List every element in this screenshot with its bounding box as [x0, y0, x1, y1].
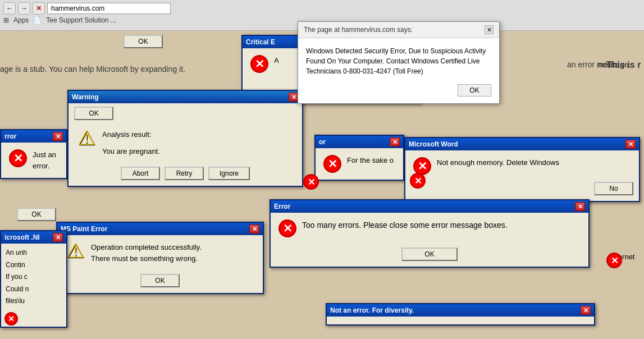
- page-text-this-is-r: This is r: [606, 60, 641, 70]
- dialog-warning-titlebar: Warning ✕: [68, 91, 302, 103]
- dialog-error-just: rror ✕ ✕ Just an error.: [0, 129, 67, 179]
- address-bar: [47, 3, 171, 14]
- dialog-ms-ni: icrosoft .NI ✕ An unh Contin If you c Co…: [0, 230, 67, 328]
- dialog-error-main-text: Too many errors. Please close some error…: [302, 219, 508, 231]
- dialog-ms-word-text: Not enough memory. Delete Windows: [437, 157, 559, 168]
- dialog-ms-paint-close[interactable]: ✕: [249, 225, 259, 233]
- dialog-ms-paint-body: ⚠ Operation completed successfully. Ther…: [57, 235, 263, 271]
- dialog-error-main-body: ✕ Too many errors. Please close some err…: [271, 213, 588, 244]
- dialog-not-an-error-title: Not an error. For diversity.: [330, 306, 414, 314]
- dialog-error-main-buttons: OK: [271, 244, 588, 267]
- dialog-for-sake-title: or: [319, 138, 326, 146]
- dialog-warning-action-buttons: Abort Retry Ignore: [68, 163, 302, 186]
- dialog-ms-word-body: ✕ Not enough memory. Delete Windows: [405, 150, 639, 182]
- dialog-for-sake-body: ✕ For the sake o: [316, 148, 403, 180]
- dialog-critical-title: Critical E: [246, 38, 275, 46]
- dialog-error-main: Error ✕ ✕ Too many errors. Please close …: [270, 199, 590, 268]
- warn-icon-warning: ⚠: [76, 129, 97, 147]
- dialog-error-just-title: rror: [4, 132, 16, 140]
- dialog-critical-text: A: [274, 55, 279, 66]
- dialog-warning-abort[interactable]: Abort: [121, 167, 160, 180]
- dialog-ms-word-title: Microsoft Word: [409, 140, 458, 148]
- dialog-error-just-body: ✕ Just an error.: [1, 143, 66, 178]
- ms-ni-msg3: If you c: [6, 271, 62, 283]
- browser-nav: ← → ✕: [3, 2, 641, 15]
- dialog-warning-analysis: Analysis result:: [102, 129, 160, 140]
- top-ok-area: OK: [124, 35, 163, 48]
- dialog-error-main-titlebar: Error ✕: [271, 200, 588, 213]
- dialog-ms-paint-ok[interactable]: OK: [140, 274, 180, 287]
- dialog-for-sake-titlebar: or ✕: [316, 136, 403, 148]
- dialog-browser-prompt-buttons: OK: [298, 81, 499, 103]
- dialog-not-an-error-close[interactable]: ✕: [581, 306, 591, 315]
- left-ok-area: OK: [17, 208, 56, 221]
- dialog-error-main-ok[interactable]: OK: [401, 248, 458, 261]
- dialog-ms-word-titlebar: Microsoft Word ✕: [405, 138, 639, 150]
- dialog-ms-ni-body: An unh Contin If you c Could n files\lu: [1, 244, 66, 311]
- page-text-1: age is a stub. You can help Microsoft by…: [0, 65, 185, 74]
- dialog-ms-paint-title: MS Paint Error: [61, 225, 107, 233]
- address-input[interactable]: [47, 3, 171, 14]
- dialog-warning-ok-row: OK: [68, 103, 302, 122]
- apps-icon: ⊞: [3, 16, 9, 24]
- dialog-not-an-error: Not an error. For diversity. ✕: [326, 303, 595, 326]
- ms-ni-msg2: Contin: [6, 259, 62, 272]
- dialog-ms-ni-close[interactable]: ✕: [53, 233, 63, 242]
- bookmark1-label[interactable]: Tee Support Solution ...: [46, 16, 116, 24]
- dialog-error-main-title: Error: [274, 203, 290, 210]
- dialog-browser-prompt-title: The page at hammervirus.com says:: [304, 26, 413, 34]
- error-icon-ni: ✕: [4, 312, 18, 326]
- error-icon-sake: ✕: [323, 155, 341, 173]
- dialog-error-just-titlebar: rror ✕: [1, 130, 66, 143]
- dialog-warning-result: You are pregnant.: [102, 146, 160, 157]
- dialog-warning-retry[interactable]: Retry: [165, 167, 204, 180]
- dialog-for-sake-text: For the sake o: [347, 155, 394, 166]
- error-icon-just: ✕: [9, 149, 27, 167]
- dialog-warning-ok-top[interactable]: OK: [74, 107, 113, 120]
- bookmark1-icon: 📄: [33, 16, 42, 24]
- dialog-ms-paint-buttons: OK: [57, 271, 263, 293]
- dialog-browser-prompt: The page at hammervirus.com says: ✕ Wind…: [298, 21, 500, 104]
- error-icon-main: ✕: [278, 219, 296, 237]
- dialog-browser-prompt-titlebar: The page at hammervirus.com says: ✕: [298, 22, 499, 38]
- dialog-ms-paint: MS Paint Error ✕ ⚠ Operation completed s…: [56, 222, 264, 294]
- dialog-error-just-text: Just an error.: [33, 149, 58, 171]
- dialog-error-just-close[interactable]: ✕: [53, 132, 63, 141]
- dialog-browser-prompt-body: Windows Detected Security Error, Due to …: [298, 38, 499, 81]
- error-icon-bottom-right: ✕: [606, 253, 622, 268]
- dialog-ms-ni-titlebar: icrosoft .NI ✕: [1, 231, 66, 244]
- ms-ni-msg5: files\lu: [6, 295, 62, 308]
- back-button[interactable]: ←: [3, 2, 16, 15]
- top-ok-button[interactable]: OK: [124, 35, 163, 48]
- dialog-for-sake: or ✕ ✕ For the sake o: [314, 135, 404, 181]
- dialog-ms-word-close[interactable]: ✕: [625, 140, 636, 149]
- dialog-warning-content: Analysis result: You are pregnant.: [102, 129, 160, 157]
- dialog-for-sake-close[interactable]: ✕: [390, 138, 400, 146]
- left-ok-button[interactable]: OK: [17, 208, 56, 221]
- dialog-not-an-error-titlebar: Not an error. For diversity. ✕: [327, 304, 594, 317]
- forward-button[interactable]: →: [18, 2, 30, 15]
- stop-button[interactable]: ✕: [33, 2, 45, 15]
- dialog-browser-prompt-message: Windows Detected Security Error, Due to …: [306, 46, 491, 76]
- dialog-ms-ni-error: ✕: [1, 311, 66, 327]
- dialog-warning-ignore[interactable]: Ignore: [208, 167, 250, 180]
- ms-ni-msg4: Could n: [6, 283, 62, 296]
- error-icon-right-mid: ✕: [410, 173, 426, 189]
- dialog-warning: Warning ✕ OK ⚠ Analysis result: You are …: [67, 90, 303, 187]
- warn-icon-paint: ⚠: [65, 242, 85, 260]
- error-icon-left-mid: ✕: [303, 174, 319, 190]
- dialog-ms-word-no[interactable]: No: [594, 182, 633, 195]
- dialog-browser-prompt-ok[interactable]: OK: [458, 84, 491, 97]
- dialog-warning-body: ⚠ Analysis result: You are pregnant.: [68, 122, 302, 163]
- apps-label[interactable]: Apps: [13, 16, 29, 24]
- dialog-ms-paint-titlebar: MS Paint Error ✕: [57, 223, 263, 235]
- dialog-ms-paint-msg1: Operation completed successfully.: [91, 242, 202, 253]
- error-icon-critical: ✕: [250, 55, 268, 73]
- dialog-ms-word: Microsoft Word ✕ ✕ Not enough memory. De…: [404, 137, 640, 202]
- dialog-ms-word-buttons: No: [405, 182, 639, 201]
- dialog-ms-paint-msg2: There must be something wrong.: [91, 253, 202, 264]
- dialog-ms-ni-title: icrosoft .NI: [4, 233, 40, 241]
- dialog-browser-prompt-close[interactable]: ✕: [485, 25, 494, 34]
- dialog-error-main-close[interactable]: ✕: [575, 202, 585, 211]
- dialog-ms-paint-content: Operation completed successfully. There …: [91, 242, 202, 264]
